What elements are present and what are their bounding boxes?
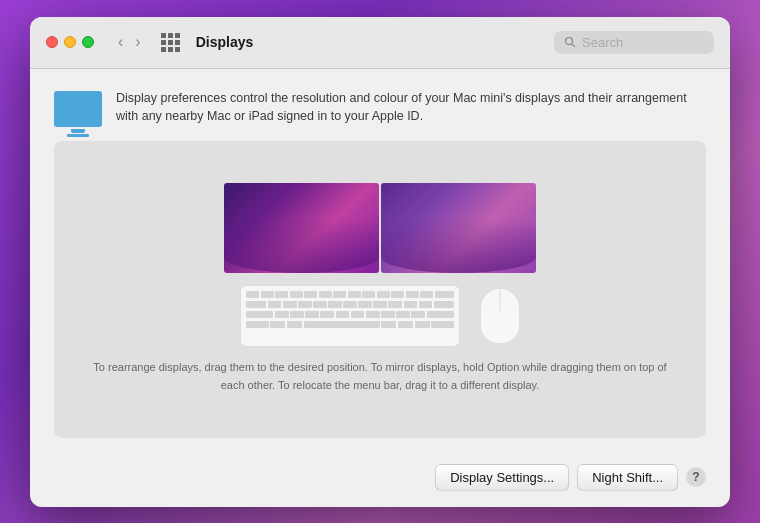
monitor-1[interactable]	[224, 183, 379, 273]
main-window: ‹ › Displays Display prefe	[30, 17, 730, 507]
key	[381, 311, 395, 318]
key	[336, 311, 350, 318]
description-text: Display preferences control the resoluti…	[116, 89, 706, 127]
mouse	[480, 288, 520, 344]
key	[246, 311, 273, 318]
svg-line-1	[572, 44, 575, 47]
key	[283, 301, 297, 308]
key	[415, 321, 430, 328]
key	[313, 301, 327, 308]
key	[290, 291, 303, 298]
key	[419, 301, 433, 308]
monitors-container	[224, 183, 536, 273]
key	[348, 291, 361, 298]
keyboard	[240, 285, 460, 347]
grid-dot	[161, 47, 166, 52]
key	[388, 301, 402, 308]
bottom-buttons: Display Settings... Night Shift... ?	[30, 454, 730, 507]
key	[381, 321, 396, 328]
key	[261, 291, 274, 298]
key	[333, 291, 346, 298]
key	[366, 311, 380, 318]
window-title: Displays	[196, 34, 254, 50]
key	[404, 301, 418, 308]
display-icon	[54, 91, 102, 127]
back-button[interactable]: ‹	[114, 32, 127, 52]
help-button[interactable]: ?	[686, 467, 706, 487]
key	[406, 291, 419, 298]
key	[328, 301, 342, 308]
key	[298, 301, 312, 308]
key	[434, 301, 454, 308]
grid-dot	[168, 33, 173, 38]
search-icon	[564, 36, 576, 48]
key	[268, 301, 282, 308]
key	[396, 311, 410, 318]
key	[319, 291, 332, 298]
key	[420, 291, 433, 298]
key	[305, 311, 319, 318]
keyboard-inner	[241, 286, 459, 335]
grid-dot	[175, 33, 180, 38]
instructions-text: To rearrange displays, drag them to the …	[70, 359, 690, 394]
nav-buttons: ‹ ›	[114, 32, 145, 52]
key	[304, 291, 317, 298]
display-settings-button[interactable]: Display Settings...	[435, 464, 569, 491]
key	[391, 291, 404, 298]
close-button[interactable]	[46, 36, 58, 48]
minimize-button[interactable]	[64, 36, 76, 48]
description-row: Display preferences control the resoluti…	[54, 89, 706, 127]
grid-dot	[168, 47, 173, 52]
key	[351, 311, 365, 318]
key	[290, 311, 304, 318]
key	[246, 321, 269, 328]
titlebar: ‹ › Displays	[30, 17, 730, 69]
maximize-button[interactable]	[82, 36, 94, 48]
key	[320, 311, 334, 318]
grid-dot	[175, 40, 180, 45]
night-shift-button[interactable]: Night Shift...	[577, 464, 678, 491]
grid-dot	[161, 40, 166, 45]
key	[427, 311, 454, 318]
key	[362, 291, 375, 298]
grid-dot	[175, 47, 180, 52]
spacebar-key	[304, 321, 380, 328]
key	[398, 321, 413, 328]
forward-button[interactable]: ›	[131, 32, 144, 52]
traffic-lights	[46, 36, 94, 48]
key	[435, 291, 455, 298]
keyboard-row	[246, 291, 454, 298]
content-area: Display preferences control the resoluti…	[30, 69, 730, 454]
grid-dot	[161, 33, 166, 38]
key	[275, 291, 288, 298]
grid-dot	[168, 40, 173, 45]
keyboard-area	[240, 285, 520, 347]
search-bar[interactable]	[554, 31, 714, 54]
monitor-2[interactable]	[381, 183, 536, 273]
key	[287, 321, 302, 328]
search-input[interactable]	[582, 35, 704, 50]
display-preview-area: To rearrange displays, drag them to the …	[54, 141, 706, 438]
keyboard-row	[246, 321, 454, 328]
key	[411, 311, 425, 318]
key	[358, 301, 372, 308]
keyboard-row	[246, 311, 454, 318]
key	[246, 301, 266, 308]
keyboard-row	[246, 301, 454, 308]
grid-view-button[interactable]	[161, 33, 180, 52]
key	[431, 321, 454, 328]
key	[275, 311, 289, 318]
key	[270, 321, 285, 328]
key	[343, 301, 357, 308]
key	[373, 301, 387, 308]
key	[377, 291, 390, 298]
key	[246, 291, 259, 298]
